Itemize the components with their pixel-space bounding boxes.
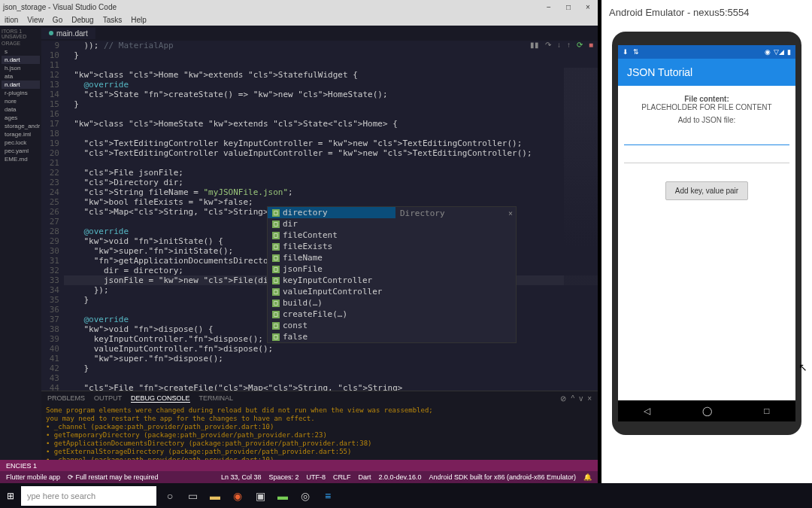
sidebar-file[interactable]: EME.md (2, 155, 40, 163)
autocomplete-item[interactable]: □const (268, 320, 395, 331)
vscode-icon[interactable]: ≡ (317, 485, 338, 506)
up-icon[interactable]: ^ (571, 394, 574, 403)
start-button[interactable]: ⊞ (0, 485, 21, 506)
panel-controls: ⊘ ^ v × (560, 394, 592, 403)
menu-bar: itionViewGoDebugTasksHelp (0, 14, 598, 26)
sidebar-file[interactable]: h.json (2, 64, 40, 72)
panel-tabs: PROBLEMSOUTPUTDEBUG CONSOLETERMINAL ⊘ ^ … (41, 391, 598, 405)
maximize-button[interactable]: □ (562, 3, 575, 11)
sidebar-file[interactable]: pec.lock (2, 138, 40, 147)
sidebar-file[interactable]: r-plugins (2, 89, 40, 97)
status-item[interactable]: Ln 33, Col 38 (221, 473, 262, 481)
autocomplete-item[interactable]: □dir (268, 218, 395, 230)
app-bar: JSON Tutorial (618, 59, 795, 86)
panel-tab-debug-console[interactable]: DEBUG CONSOLE (131, 394, 190, 403)
autocomplete-item[interactable]: □keyInputController (268, 275, 395, 286)
key-input[interactable] (624, 130, 789, 145)
menu-ition[interactable]: ition (5, 16, 18, 24)
firefox-icon[interactable]: ◉ (227, 485, 248, 506)
clear-icon[interactable]: ⊘ (560, 394, 566, 403)
autocomplete-item[interactable]: □fileContent (268, 230, 395, 241)
sidebar-file[interactable]: n.dart (2, 81, 40, 89)
editor-tab[interactable]: main.dart (41, 28, 95, 39)
terminal-icon[interactable]: ▣ (250, 485, 271, 506)
minimize-button[interactable]: − (542, 3, 556, 11)
sidebar-section[interactable]: ORAGE (2, 41, 40, 46)
chat-icon: ◉ (765, 48, 771, 56)
sidebar-section[interactable]: ITORS 1 UNSAVED (2, 29, 40, 39)
app-label[interactable]: Flutter mobile app (6, 473, 60, 481)
down-icon[interactable]: v (579, 394, 583, 403)
autocomplete-list[interactable]: □directory□dir□fileContent□fileExists□fi… (268, 207, 395, 342)
explorer-sidebar[interactable]: ITORS 1 UNSAVEDORAGEsn.darth.jsonatan.da… (0, 26, 41, 460)
autocomplete-item[interactable]: □fileName (268, 252, 395, 263)
panel-tab-problems[interactable]: PROBLEMS (47, 394, 85, 402)
mouse-cursor: ↖ (798, 361, 807, 373)
sidebar-file[interactable]: ata (2, 72, 40, 81)
autocomplete-item[interactable]: □createFile(…) (268, 309, 395, 320)
battery-icon: ▮ (787, 48, 791, 56)
close-panel-icon[interactable]: × (587, 394, 592, 403)
bell-icon[interactable]: 🔔 (583, 473, 592, 481)
taskbar-search[interactable]: ype here to search (21, 486, 156, 506)
status-item[interactable]: 2.0.0-dev.16.0 (379, 473, 422, 481)
autocomplete-item[interactable]: □valueInputController (268, 286, 395, 297)
usb-icon: ⇅ (633, 48, 639, 56)
autocomplete-popup[interactable]: □directory□dir□fileContent□fileExists□fi… (267, 206, 517, 343)
app-icon[interactable]: ▬ (272, 485, 293, 506)
autocomplete-item[interactable]: □jsonFile (268, 263, 395, 275)
app-body: File content: PLACEHOLDER FOR FILE CONTE… (618, 86, 795, 400)
code-area[interactable]: 9101112131415161718192021222324252627282… (41, 41, 598, 391)
menu-help[interactable]: Help (131, 16, 147, 24)
status-item[interactable]: CRLF (333, 473, 351, 481)
sidebar-file[interactable]: storage_android.i… (2, 122, 40, 130)
terminal-panel: PROBLEMSOUTPUTDEBUG CONSOLETERMINAL ⊘ ^ … (41, 391, 598, 460)
taskview-icon[interactable]: ▭ (182, 485, 203, 506)
status-item[interactable]: UTF-8 (307, 473, 326, 481)
panel-tab-output[interactable]: OUTPUT (94, 394, 122, 402)
autocomplete-item[interactable]: □build(…) (268, 297, 395, 309)
title-bar: json_storage - Visual Studio Code − □ × (0, 0, 598, 14)
phone-screen[interactable]: ⬇ ⇅ ◉ ▽◢ ▮ JSON Tutorial File content: P… (618, 45, 795, 421)
recent-icon[interactable]: □ (764, 406, 769, 416)
restart-hint[interactable]: ⟳ Full restart may be required (68, 473, 159, 481)
add-json-label: Add to JSON file: (621, 116, 792, 124)
line-gutter: 9101112131415161718192021222324252627282… (41, 41, 64, 391)
status-right: Ln 33, Col 38Spaces: 2UTF-8CRLFDart2.0.0… (221, 473, 592, 481)
home-icon[interactable]: ◯ (702, 406, 712, 416)
autocomplete-item[interactable]: □directory (268, 207, 395, 218)
close-button[interactable]: × (581, 3, 595, 11)
back-icon[interactable]: ◁ (644, 406, 650, 416)
autocomplete-item[interactable]: □false (268, 331, 395, 342)
debug-console[interactable]: Some program elements were changed durin… (41, 405, 598, 460)
autocomplete-item[interactable]: □fileExists (268, 241, 395, 252)
app-title: JSON Tutorial (627, 66, 692, 78)
download-icon: ⬇ (623, 48, 629, 56)
close-icon[interactable]: × (508, 208, 513, 218)
value-input[interactable] (624, 151, 789, 163)
status-item[interactable]: Dart (359, 473, 371, 481)
sidebar-file[interactable]: n.dart (2, 56, 40, 64)
sidebar-file[interactable]: s (2, 47, 40, 56)
menu-tasks[interactable]: Tasks (103, 16, 123, 24)
menu-go[interactable]: Go (53, 16, 62, 24)
status-item[interactable]: Spaces: 2 (268, 473, 298, 481)
minimap[interactable] (564, 68, 598, 294)
menu-debug[interactable]: Debug (71, 16, 93, 24)
obs-icon[interactable]: ◎ (295, 485, 316, 506)
sidebar-file[interactable]: pec.yaml (2, 147, 40, 155)
sidebar-file[interactable]: ages (2, 114, 40, 122)
dependencies-badge[interactable]: ENCIES 1 (6, 462, 37, 470)
add-kv-button[interactable]: Add key, value pair (665, 181, 748, 200)
cortana-icon[interactable]: ○ (159, 485, 180, 506)
sidebar-file[interactable]: data (2, 105, 40, 114)
explorer-icon[interactable]: ▬ (205, 485, 226, 506)
sidebar-file[interactable]: torage.iml (2, 130, 40, 138)
autocomplete-detail-text: Directory (400, 208, 445, 218)
menu-view[interactable]: View (27, 16, 44, 24)
status-item[interactable]: Android SDK built for x86 (android-x86 E… (429, 473, 576, 481)
panel-tab-terminal[interactable]: TERMINAL (199, 394, 234, 402)
sidebar-file[interactable]: nore (2, 97, 40, 105)
android-nav-bar: ◁ ◯ □ (618, 400, 795, 421)
tab-name: main.dart (56, 29, 88, 38)
